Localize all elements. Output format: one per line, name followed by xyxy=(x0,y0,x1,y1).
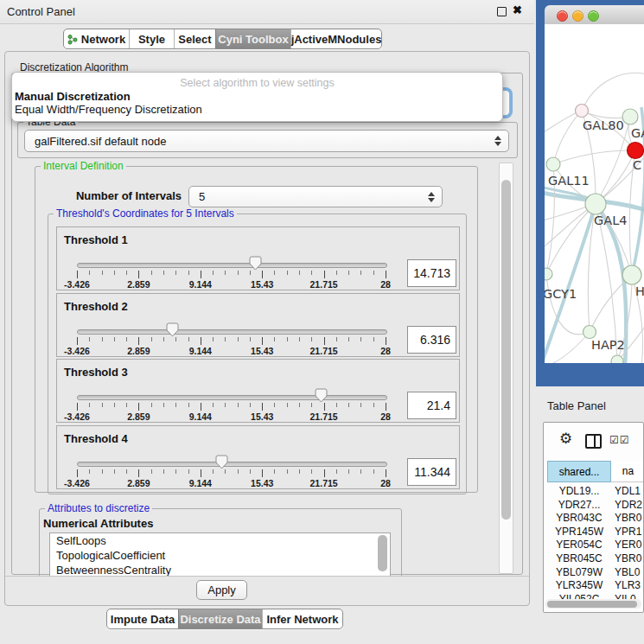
tick-mark xyxy=(163,271,164,275)
close-traffic-light-icon[interactable] xyxy=(557,10,568,22)
threshold-value-field[interactable]: 21.4 xyxy=(407,392,456,419)
network-node-label: GAL11 xyxy=(548,174,590,188)
network-node-GCY1[interactable] xyxy=(545,268,552,280)
tab-network[interactable]: Network xyxy=(64,29,129,48)
table-cell[interactable]: YBL0 xyxy=(615,566,644,578)
network-node-GAL11[interactable] xyxy=(546,157,560,171)
threshold-value-field[interactable]: 6.316 xyxy=(407,326,456,354)
horizontal-scrollbar[interactable] xyxy=(545,599,641,609)
network-node-HAP2[interactable] xyxy=(583,326,596,339)
gear-icon[interactable]: ⚙ xyxy=(559,431,572,446)
tick-mark xyxy=(250,271,251,275)
tick-mark xyxy=(151,271,152,275)
slider-track[interactable] xyxy=(77,395,387,400)
table-data-combobox[interactable]: galFiltered.sif default node xyxy=(24,130,509,152)
table-cell[interactable]: YLR3 xyxy=(615,579,644,591)
tab-discretize-data[interactable]: Discretize Data xyxy=(178,609,262,628)
slider-thumb[interactable] xyxy=(249,256,262,271)
tick-mark xyxy=(287,271,288,275)
threshold-label: Threshold 1 xyxy=(64,233,128,246)
table-cell[interactable]: YBL079W xyxy=(547,566,611,578)
minimize-traffic-light-icon[interactable] xyxy=(572,10,583,22)
tick-mark xyxy=(386,469,386,477)
slider-thumb[interactable] xyxy=(315,388,328,403)
table-cell[interactable]: YBR0 xyxy=(615,512,644,524)
tick-mark xyxy=(311,271,312,275)
tick-mark xyxy=(114,271,115,275)
table-cell[interactable]: YPR145W xyxy=(547,526,611,538)
close-icon[interactable]: ✖ xyxy=(513,3,522,16)
tick-label: 21.715 xyxy=(305,411,343,422)
slider-thumb[interactable] xyxy=(166,322,179,337)
tick-label: 9.144 xyxy=(182,279,220,290)
tick-mark xyxy=(213,469,214,474)
tick-mark xyxy=(348,469,349,474)
table-cell[interactable]: YBR043C xyxy=(547,512,611,524)
network-node-label: GA xyxy=(631,126,644,140)
threshold-value-field[interactable]: 11.344 xyxy=(407,458,456,486)
algorithm-option[interactable]: Manual Discretization xyxy=(15,90,499,103)
tab-impute-data[interactable]: Impute Data xyxy=(107,609,178,628)
horizontal-scrollbar-thumb[interactable] xyxy=(547,601,637,608)
column-header-1[interactable]: shared... xyxy=(547,461,611,482)
tab-select[interactable]: Select xyxy=(174,29,215,48)
network-node-label: H xyxy=(635,284,644,298)
tab-infer-network[interactable]: Infer Network xyxy=(262,609,342,628)
table-cell[interactable]: YDL19... xyxy=(547,485,611,497)
table-data-value: galFiltered.sif default node xyxy=(35,135,166,148)
table-cell[interactable]: YDR27... xyxy=(547,499,611,511)
tab-cyni-toolbox[interactable]: Cyni Toolbox xyxy=(215,29,290,48)
tick-mark xyxy=(201,337,201,345)
tick-mark xyxy=(274,403,275,407)
list-item[interactable]: SelfLoops xyxy=(50,533,390,548)
algorithm-dropdown-popup: Select algorithm to view settings Manual… xyxy=(11,72,503,122)
tick-mark xyxy=(336,271,337,275)
float-window-icon[interactable] xyxy=(497,7,507,16)
select-columns-checkboxes-icon[interactable]: ☑☑ xyxy=(609,434,630,446)
list-item[interactable]: TopologicalCoefficient xyxy=(50,548,390,563)
tab-label: Discretize Data xyxy=(180,613,260,626)
table-cell[interactable]: YER054C xyxy=(547,539,611,551)
network-node-GA[interactable] xyxy=(622,109,638,124)
tick-label: 2.859 xyxy=(119,279,157,290)
table-cell[interactable]: YBR0 xyxy=(615,552,644,564)
table-cell[interactable]: YDL1 xyxy=(615,485,644,497)
tick-mark xyxy=(311,337,312,341)
column-header-2[interactable]: na xyxy=(611,461,644,482)
numerical-attributes-list[interactable]: SelfLoopsTopologicalCoefficientBetweenne… xyxy=(49,532,391,576)
apply-button[interactable]: Apply xyxy=(196,580,247,600)
slider-track[interactable] xyxy=(77,329,387,335)
settings-scrollbar-thumb[interactable] xyxy=(501,180,511,520)
tick-label: 9.144 xyxy=(182,346,220,356)
network-node-GAL4[interactable] xyxy=(585,194,606,214)
network-node-H[interactable] xyxy=(622,265,641,284)
table-cell[interactable]: YPR1 xyxy=(615,526,644,538)
network-node-C[interactable] xyxy=(628,143,644,159)
table-cell[interactable]: YLR345W xyxy=(547,579,611,591)
list-item[interactable]: BetweennessCentrality xyxy=(50,563,390,576)
slider-track[interactable] xyxy=(77,462,387,467)
columns-icon[interactable] xyxy=(585,434,602,449)
network-node-GAL80[interactable] xyxy=(576,105,589,118)
network-canvas[interactable]: GAL80GACGAL11GAL4GCY1HHAP2 xyxy=(545,24,644,363)
settings-scrollbar[interactable] xyxy=(499,163,513,574)
algorithm-option[interactable]: Equal Width/Frequency Discretization xyxy=(15,103,499,116)
network-node[interactable] xyxy=(611,355,623,363)
zoom-traffic-light-icon[interactable] xyxy=(588,10,599,22)
list-scrollbar[interactable] xyxy=(378,535,387,571)
tab-style[interactable]: Style xyxy=(129,29,174,48)
tab-jactivemnodules[interactable]: jActiveMNodules xyxy=(290,29,381,48)
table-cell[interactable]: YER0 xyxy=(615,539,644,551)
number-of-intervals-combobox[interactable]: 5 xyxy=(188,186,443,207)
slider-thumb[interactable] xyxy=(215,455,228,469)
tab-label: Impute Data xyxy=(111,613,175,626)
threshold-value-field[interactable]: 14.713 xyxy=(407,259,456,287)
tick-label: 21.715 xyxy=(305,279,343,290)
combo-stepper-icon xyxy=(494,136,501,146)
table-cell[interactable]: YDR2 xyxy=(615,499,644,511)
table-cell[interactable]: YBR045C xyxy=(547,552,611,564)
tab-label: Infer Network xyxy=(266,613,338,626)
slider-track[interactable] xyxy=(77,263,387,268)
tick-label: 15.43 xyxy=(243,346,281,356)
tick-mark xyxy=(201,271,201,278)
